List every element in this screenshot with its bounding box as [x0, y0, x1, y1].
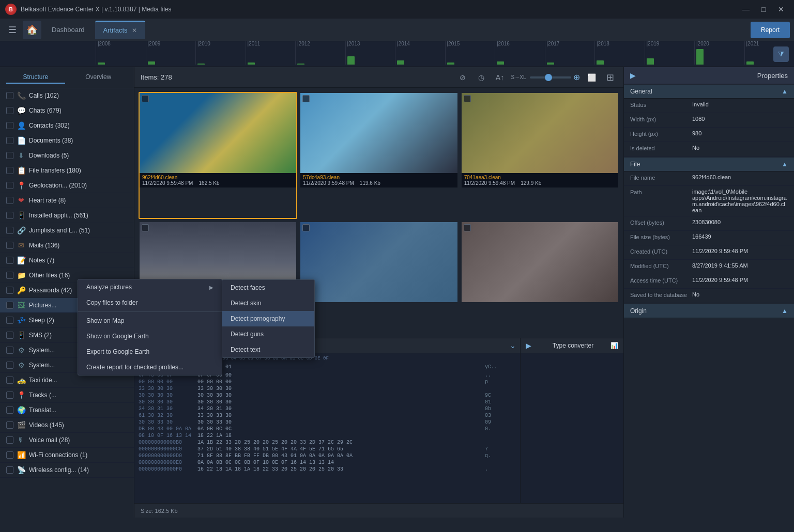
history-button[interactable]: ◷: [474, 70, 488, 85]
ctx-item-2[interactable]: Show on Map: [78, 313, 222, 328]
gallery-item-1[interactable]: 57dc4a93.clean 11/2/2020 9:59:48 PM 119.…: [299, 92, 458, 219]
sidebar-checkbox-25[interactable]: [6, 466, 13, 474]
file-collapse-icon[interactable]: ▲: [782, 161, 788, 168]
sidebar-checkbox-18[interactable]: [6, 362, 13, 369]
timeline-year-2012[interactable]: |2012: [295, 41, 345, 65]
gallery-checkbox-5[interactable]: [464, 224, 471, 231]
sidebar-checkbox-7[interactable]: [6, 197, 13, 204]
gallery-checkbox-4[interactable]: [302, 224, 310, 231]
hex-expand-button[interactable]: ⌄: [506, 338, 520, 353]
sidebar-item-7[interactable]: ❤Heart rate (8): [0, 193, 134, 208]
home-button[interactable]: 🏠: [23, 21, 41, 39]
sidebar-item-3[interactable]: 📄Documents (38): [0, 133, 134, 148]
sidebar-item-9[interactable]: 🔗Jumplists and L... (51): [0, 223, 134, 238]
sidebar-checkbox-5[interactable]: [6, 167, 13, 174]
sidebar-checkbox-20[interactable]: [6, 392, 13, 399]
sidebar-checkbox-13[interactable]: [6, 287, 13, 294]
sidebar-checkbox-9[interactable]: [6, 227, 13, 234]
ctx-item-1[interactable]: Copy files to folder: [78, 295, 222, 310]
gallery-checkbox-0[interactable]: [142, 95, 149, 102]
general-collapse-icon[interactable]: ▲: [782, 88, 788, 95]
sidebar-checkbox-8[interactable]: [6, 212, 13, 219]
sidebar-item-22[interactable]: 🎬Videos (145): [0, 418, 134, 433]
zoom-slider[interactable]: [530, 76, 571, 79]
view-grid-button[interactable]: ⊞: [603, 70, 617, 85]
sidebar-checkbox-17[interactable]: [6, 347, 13, 354]
ctx-item-0[interactable]: Analyze pictures: [78, 279, 222, 295]
ctx-submenu-item-1[interactable]: Detect skin: [222, 295, 314, 311]
sidebar-checkbox-6[interactable]: [6, 182, 13, 189]
ctx-item-5[interactable]: Create report for checked profiles...: [78, 359, 222, 375]
timeline-year-2019[interactable]: |2019: [645, 41, 695, 65]
sidebar-item-6[interactable]: 📍Geolocation... (2010): [0, 178, 134, 193]
timeline-year-2017[interactable]: |2017: [545, 41, 595, 65]
sidebar-checkbox-10[interactable]: [6, 242, 13, 249]
tab-close-icon[interactable]: ✕: [132, 27, 137, 34]
ctx-submenu-item-3[interactable]: Detect guns: [222, 326, 314, 342]
tab-artifacts[interactable]: Artifacts ✕: [95, 21, 145, 39]
sidebar-checkbox-1[interactable]: [6, 107, 13, 114]
ctx-submenu-item-4[interactable]: Detect text: [222, 342, 314, 357]
sidebar-item-24[interactable]: 📶Wi-Fi connections (1): [0, 448, 134, 463]
sidebar-item-0[interactable]: 📞Calls (102): [0, 88, 134, 103]
gallery-item-2[interactable]: 7041aea3.clean 11/2/2020 9:59:48 PM 129.…: [461, 92, 619, 219]
ctx-submenu-item-2[interactable]: Detect pornography: [222, 311, 314, 326]
sidebar-checkbox-16[interactable]: [6, 332, 13, 339]
sidebar-checkbox-14[interactable]: [6, 302, 13, 309]
sidebar-checkbox-12[interactable]: [6, 272, 13, 279]
timeline-year-2013[interactable]: |2013: [345, 41, 395, 65]
sidebar-tab-overview[interactable]: Overview: [69, 71, 128, 84]
sidebar-checkbox-15[interactable]: [6, 317, 13, 324]
gallery-item-0[interactable]: 962f4d60.clean 11/2/2020 9:59:48 PM 162.…: [139, 92, 297, 219]
sidebar-item-8[interactable]: 📱Installed appli... (561): [0, 208, 134, 223]
sidebar-item-23[interactable]: 🎙Voice mail (28): [0, 433, 134, 448]
props-origin-header[interactable]: Origin▲: [624, 304, 794, 318]
gallery-checkbox-3[interactable]: [142, 224, 149, 231]
timeline-year-2020[interactable]: |2020: [694, 41, 744, 65]
timeline-year-2010[interactable]: |2010: [195, 41, 246, 65]
gallery-checkbox-1[interactable]: [302, 95, 310, 102]
sidebar-item-4[interactable]: ⬇Downloads (5): [0, 148, 134, 163]
timeline-year-2018[interactable]: |2018: [594, 41, 645, 65]
sidebar-item-20[interactable]: 📍Tracks (...: [0, 388, 134, 403]
sort-sz-button[interactable]: S→XL: [511, 70, 526, 85]
filter-button[interactable]: ⧩: [773, 46, 789, 62]
sidebar-checkbox-3[interactable]: [6, 137, 13, 144]
sidebar-checkbox-24[interactable]: [6, 451, 13, 459]
timeline-year-2009[interactable]: |2009: [146, 41, 196, 65]
sidebar-checkbox-19[interactable]: [6, 377, 13, 384]
gallery-item-5[interactable]: [461, 221, 619, 334]
sidebar-item-5[interactable]: 📋File transfers (180): [0, 163, 134, 178]
sidebar-item-1[interactable]: 💬Chats (679): [0, 103, 134, 118]
sort-az-button[interactable]: A↑: [493, 70, 507, 85]
sidebar-checkbox-2[interactable]: [6, 122, 13, 129]
sidebar-item-21[interactable]: 🌍Translat...: [0, 403, 134, 418]
sidebar-item-10[interactable]: ✉Mails (136): [0, 238, 134, 253]
props-file-header[interactable]: File▲: [624, 158, 794, 171]
gallery-checkbox-2[interactable]: [464, 95, 471, 102]
timeline-year-2014[interactable]: |2014: [395, 41, 445, 65]
sidebar-checkbox-0[interactable]: [6, 92, 13, 99]
gallery-item-4[interactable]: [299, 221, 458, 334]
sidebar-checkbox-22[interactable]: [6, 421, 13, 429]
maximize-button[interactable]: □: [756, 3, 771, 15]
cancel-button[interactable]: ⊘: [455, 70, 470, 85]
timeline-year-2016[interactable]: |2016: [495, 41, 545, 65]
sidebar-item-2[interactable]: 👤Contacts (302): [0, 118, 134, 133]
timeline-year-2008[interactable]: |2008: [96, 41, 146, 65]
props-general-header[interactable]: General▲: [624, 85, 794, 99]
sidebar-tab-structure[interactable]: Structure: [6, 71, 65, 84]
ctx-item-3[interactable]: Show on Google Earth: [78, 328, 222, 344]
minimize-button[interactable]: —: [738, 3, 754, 15]
close-button[interactable]: ✕: [773, 3, 789, 15]
sidebar-checkbox-4[interactable]: [6, 152, 13, 159]
sidebar-checkbox-11[interactable]: [6, 257, 13, 264]
timeline-year-2015[interactable]: |2015: [445, 41, 495, 65]
ctx-submenu-item-0[interactable]: Detect faces: [222, 280, 314, 295]
timeline-year-2011[interactable]: |2011: [246, 41, 296, 65]
sidebar-item-25[interactable]: 📡Wireless config... (14): [0, 463, 134, 478]
sidebar-checkbox-23[interactable]: [6, 436, 13, 444]
view-single-button[interactable]: ⬜: [584, 70, 599, 85]
sidebar-checkbox-21[interactable]: [6, 406, 13, 414]
tab-dashboard[interactable]: Dashboard: [43, 21, 93, 39]
